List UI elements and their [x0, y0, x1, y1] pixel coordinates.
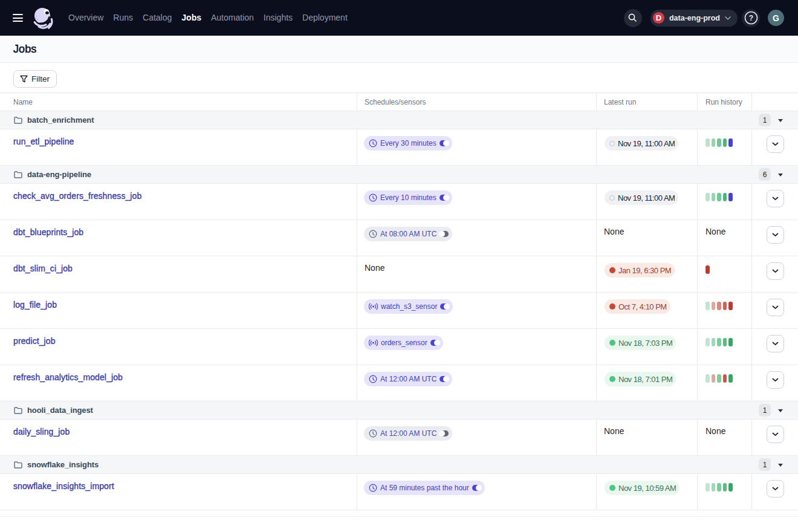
svg-text:?: ?: [748, 14, 753, 22]
